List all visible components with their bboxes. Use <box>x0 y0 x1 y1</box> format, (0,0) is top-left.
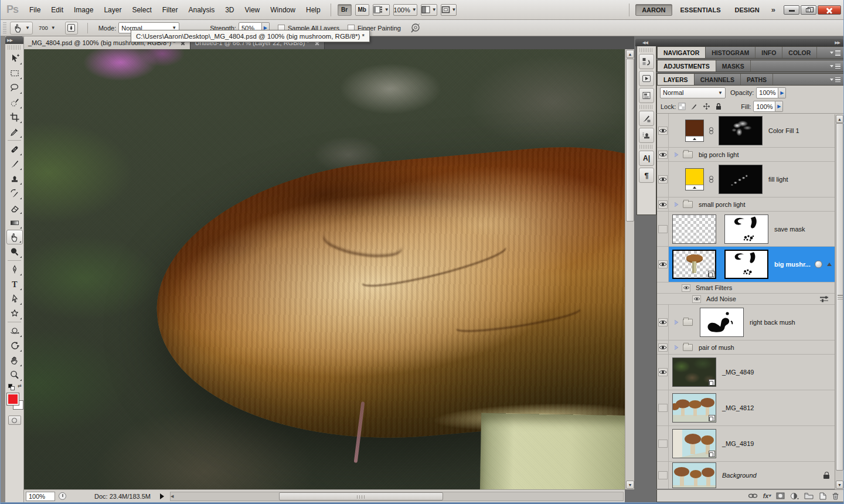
menu-view[interactable]: View <box>239 0 265 20</box>
scrollbar-thumb[interactable] <box>626 59 634 222</box>
layer-row-right-back-mush[interactable]: right back mush <box>657 305 835 340</box>
layer-name[interactable]: Color Fill 1 <box>768 127 799 134</box>
layers-scrollbar[interactable]: ▲ ▼ <box>835 114 844 489</box>
tab-info[interactable]: INFO <box>755 47 782 58</box>
menu-3d[interactable]: 3D <box>220 0 239 20</box>
fill-slider-button[interactable]: ▶ <box>775 101 783 112</box>
new-group-button[interactable] <box>804 492 814 499</box>
expand-group-icon[interactable] <box>675 320 678 325</box>
menu-layer[interactable]: Layer <box>98 0 127 20</box>
eyedropper-tool[interactable] <box>6 124 23 139</box>
expand-group-icon[interactable] <box>675 152 678 157</box>
tab-masks[interactable]: MASKS <box>716 60 751 71</box>
add-layer-mask-button[interactable] <box>776 492 785 499</box>
smart-filters-label[interactable]: Smart Filters <box>696 284 732 291</box>
character-panel-button[interactable]: A| <box>639 151 654 166</box>
menu-help[interactable]: Help <box>301 0 326 20</box>
layer-style-button[interactable]: fx▾ <box>763 492 771 499</box>
visibility-toggle[interactable] <box>657 114 669 147</box>
layer-row-small-porch-light[interactable]: small porch light <box>657 197 835 212</box>
restore-button[interactable] <box>801 5 816 15</box>
move-tool[interactable] <box>6 51 23 66</box>
visibility-toggle[interactable] <box>657 247 669 282</box>
foreground-color-swatch[interactable] <box>7 393 19 405</box>
lock-pixels-icon[interactable] <box>690 103 698 110</box>
tab-adjustments[interactable]: ADJUSTMENTS <box>657 60 716 71</box>
tab-navigator[interactable]: NAVIGATOR <box>657 47 706 58</box>
layer-name[interactable]: big mushr... <box>774 261 811 268</box>
crop-tool[interactable] <box>6 110 23 124</box>
tab-channels[interactable]: CHANNELS <box>695 74 741 85</box>
layer-name[interactable]: _MG_4812 <box>722 404 754 411</box>
opacity-input[interactable]: 100% <box>756 87 778 98</box>
menu-edit[interactable]: Edit <box>46 0 69 20</box>
fill-input[interactable]: 100% <box>753 101 775 112</box>
arrange-documents-button[interactable]: ▼ <box>421 4 437 16</box>
layer-row-color-fill-1[interactable]: Color Fill 1 <box>657 114 835 148</box>
visibility-toggle[interactable] <box>657 212 669 246</box>
status-options-icon[interactable] <box>59 492 66 500</box>
visibility-toggle[interactable] <box>692 295 701 303</box>
marquee-tool[interactable] <box>6 66 23 80</box>
smart-filter-badge-icon[interactable] <box>815 261 822 268</box>
menu-select[interactable]: Select <box>127 0 156 20</box>
tab-color[interactable]: COLOR <box>782 47 817 58</box>
canvas-vertical-scrollbar[interactable]: ▲ ▼ <box>625 49 634 489</box>
tool-preset-picker[interactable]: ▼ <box>10 22 33 35</box>
scroll-left-button[interactable]: ◀ <box>171 493 173 500</box>
layer-name[interactable]: Background <box>722 472 757 479</box>
quick-mask-button[interactable] <box>8 416 21 425</box>
expand-group-icon[interactable] <box>675 345 678 350</box>
type-tool[interactable]: T <box>6 277 23 291</box>
clone-stamp-tool[interactable] <box>6 171 23 186</box>
smudge-tool-selected[interactable] <box>6 230 23 244</box>
link-layers-button[interactable] <box>748 493 758 499</box>
history-panel-button[interactable] <box>639 54 654 69</box>
layer-mask-thumbnail[interactable] <box>719 165 763 194</box>
layer-thumbnail[interactable] <box>672 214 716 244</box>
launch-mini-bridge-button[interactable]: Mb <box>355 4 369 16</box>
group-mask-thumbnail[interactable] <box>700 308 744 337</box>
zoom-percent-input[interactable]: 100% <box>26 492 55 501</box>
visibility-toggle[interactable] <box>682 284 690 292</box>
brush-preset-picker[interactable]: 700 ▼ <box>39 25 56 30</box>
tab-layers[interactable]: LAYERS <box>657 74 695 85</box>
visibility-toggle[interactable] <box>657 305 669 340</box>
workspace-aaron[interactable]: AARON <box>635 4 672 16</box>
lock-transparency-icon[interactable] <box>678 103 686 110</box>
lock-all-icon[interactable] <box>715 103 722 110</box>
panel-menu-icon[interactable] <box>830 63 840 70</box>
toggle-brush-panel-button[interactable] <box>65 22 78 35</box>
layer-name[interactable]: pair of mush <box>699 344 734 351</box>
clone-source-panel-button[interactable] <box>639 128 654 143</box>
layer-name[interactable]: right back mush <box>750 319 795 326</box>
visibility-toggle[interactable] <box>657 355 669 390</box>
layer-mask-thumbnail[interactable] <box>724 250 768 279</box>
dodge-tool[interactable] <box>6 244 23 259</box>
menu-file[interactable]: File <box>24 0 46 20</box>
layer-row-mg-4819[interactable]: _MG_4819 <box>657 426 835 462</box>
layer-name[interactable]: big porch light <box>699 151 739 158</box>
zoom-level-button[interactable]: 100% ▼ <box>393 4 417 16</box>
spot-healing-brush-tool[interactable] <box>6 142 23 156</box>
scroll-up-button[interactable]: ▲ <box>626 50 634 58</box>
expand-group-icon[interactable] <box>675 202 678 207</box>
scroll-down-button[interactable]: ▼ <box>836 481 843 489</box>
menu-analysis[interactable]: Analysis <box>183 0 220 20</box>
visibility-toggle[interactable] <box>657 197 669 211</box>
tools-panel-collapse-button[interactable]: ▶▶ <box>5 36 23 44</box>
minimize-button[interactable] <box>784 5 799 15</box>
layer-name[interactable]: small porch light <box>699 201 745 208</box>
opacity-slider-button[interactable]: ▶ <box>778 87 786 98</box>
default-swap-colors[interactable]: ⇄ <box>8 384 18 391</box>
collapse-strip-icon[interactable]: ◀◀ <box>642 39 648 46</box>
zoom-tool[interactable] <box>6 367 23 382</box>
screen-mode-button[interactable]: ▼ <box>441 4 457 16</box>
layer-row-mg-4812[interactable]: _MG_4812 <box>657 390 835 426</box>
filter-name[interactable]: Add Noise <box>706 295 736 302</box>
fill-layer-thumbnail[interactable] <box>685 120 704 142</box>
panel-menu-icon[interactable] <box>830 50 840 56</box>
layer-row-add-noise[interactable]: Add Noise <box>657 294 835 305</box>
layer-row-fill-light[interactable]: fill light <box>657 162 835 197</box>
collapse-dock-icon[interactable]: ▶▶ <box>835 39 840 46</box>
